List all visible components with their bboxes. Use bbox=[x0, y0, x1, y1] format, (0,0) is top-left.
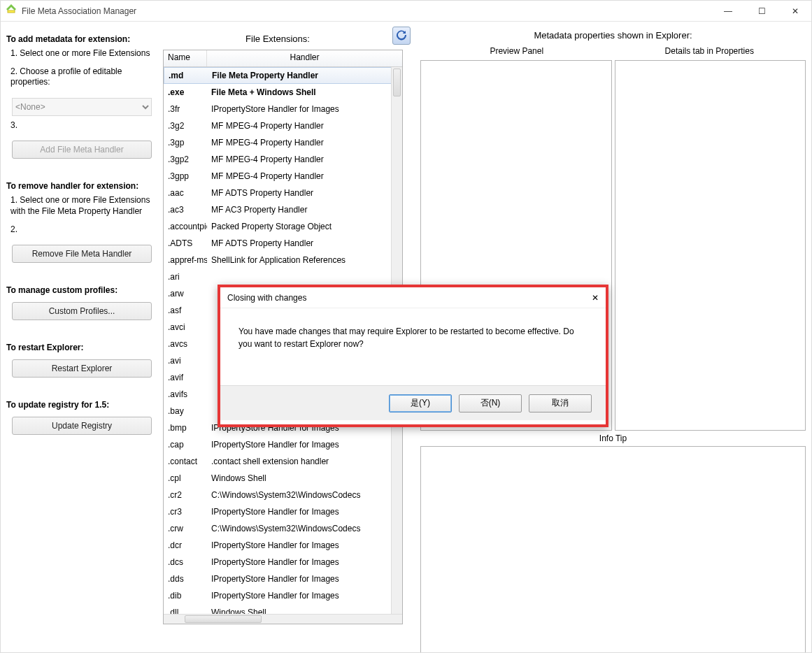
table-row[interactable]: .accountpicture-msPacked Property Storag… bbox=[164, 218, 402, 235]
extension-name: .accountpicture-ms bbox=[164, 222, 207, 231]
details-tab-heading: Details tab in Properties bbox=[613, 46, 806, 56]
add-step-1: 1. Select one or more File Extensions bbox=[10, 48, 157, 59]
table-row[interactable]: .exeFile Meta + Windows Shell bbox=[164, 84, 402, 101]
table-row[interactable]: .cr3IPropertyStore Handler for Images bbox=[164, 503, 402, 520]
extension-name: .3gp2 bbox=[164, 155, 207, 164]
extension-name: .dds bbox=[164, 574, 207, 584]
instructions-panel: To add metadata for extension: 1. Select… bbox=[1, 22, 163, 652]
table-row[interactable]: .3gpMF MPEG-4 Property Handler bbox=[164, 134, 402, 151]
custom-profiles-button[interactable]: Custom Profiles... bbox=[12, 302, 152, 320]
dialog-close-icon[interactable]: ✕ bbox=[592, 293, 599, 303]
extension-name: .ari bbox=[164, 272, 207, 282]
table-row[interactable]: .dcrIPropertyStore Handler for Images bbox=[164, 537, 402, 554]
remove-handler-button[interactable]: Remove File Meta Handler bbox=[12, 245, 152, 263]
extension-name: .md bbox=[164, 71, 208, 80]
infotip-heading: Info Tip bbox=[420, 433, 806, 443]
dialog-title: Closing with changes bbox=[227, 293, 306, 303]
extension-name: .exe bbox=[164, 87, 207, 97]
extension-name: .cr2 bbox=[164, 490, 207, 500]
extension-handler: IPropertyStore Handler for Images bbox=[207, 104, 402, 114]
extensions-title: File Extensions: bbox=[163, 28, 392, 44]
add-step-2: 2. Choose a profile of editable properti… bbox=[10, 66, 157, 88]
table-row[interactable]: .cr2C:\Windows\System32\WindowsCodecs bbox=[164, 487, 402, 503]
extension-handler: .contact shell extension handler bbox=[207, 457, 402, 466]
table-row[interactable]: .ac3MF AC3 Property Handler bbox=[164, 201, 402, 218]
horizontal-scrollbar[interactable] bbox=[164, 614, 402, 624]
extension-name: .dcs bbox=[164, 557, 207, 567]
table-row[interactable]: .ddsIPropertyStore Handler for Images bbox=[164, 571, 402, 587]
extension-handler: C:\Windows\System32\WindowsCodecs bbox=[207, 524, 402, 533]
extension-name: .crw bbox=[164, 524, 207, 533]
extension-name: .contact bbox=[164, 457, 207, 466]
table-row[interactable]: .cplWindows Shell bbox=[164, 470, 402, 487]
table-row[interactable]: .3gp2MF MPEG-4 Property Handler bbox=[164, 151, 402, 168]
extension-name: .avci bbox=[164, 322, 207, 332]
extension-handler: MF MPEG-4 Property Handler bbox=[207, 171, 402, 181]
extension-name: .avifs bbox=[164, 389, 207, 399]
table-row[interactable]: .capIPropertyStore Handler for Images bbox=[164, 436, 402, 453]
col-name[interactable]: Name bbox=[164, 50, 207, 66]
extension-name: .3fr bbox=[164, 104, 207, 114]
table-row[interactable]: .ari bbox=[164, 268, 402, 285]
extension-handler: Packed Property Storage Object bbox=[207, 222, 402, 231]
extension-handler: MF ADTS Property Handler bbox=[207, 188, 402, 198]
extension-name: .dib bbox=[164, 591, 207, 601]
maximize-button[interactable]: ☐ bbox=[751, 4, 772, 18]
scrollbar-thumb[interactable] bbox=[185, 615, 262, 623]
table-row[interactable]: .aacMF ADTS Property Handler bbox=[164, 185, 402, 201]
table-row[interactable]: .crwC:\Windows\System32\WindowsCodecs bbox=[164, 520, 402, 537]
window-title: File Meta Association Manager bbox=[22, 6, 718, 16]
dialog-body: You have made changes that may require E… bbox=[220, 308, 606, 385]
extension-handler: IPropertyStore Handler for Images bbox=[207, 557, 402, 567]
remove-step-1: 1. Select one or more File Extensions wi… bbox=[10, 195, 157, 217]
restart-explorer-button[interactable]: Restart Explorer bbox=[12, 359, 152, 378]
table-row[interactable]: .3frIPropertyStore Handler for Images bbox=[164, 101, 402, 117]
table-row[interactable]: .dibIPropertyStore Handler for Images bbox=[164, 587, 402, 604]
extension-handler: File Meta Property Handler bbox=[208, 71, 401, 80]
extension-name: .bmp bbox=[164, 423, 207, 433]
add-metadata-heading: To add metadata for extension: bbox=[6, 34, 157, 44]
table-row[interactable]: .ADTSMF ADTS Property Handler bbox=[164, 235, 402, 252]
table-row[interactable]: .3gppMF MPEG-4 Property Handler bbox=[164, 168, 402, 185]
extension-handler: MF MPEG-4 Property Handler bbox=[207, 138, 402, 148]
extension-name: .bay bbox=[164, 406, 207, 416]
dialog-cancel-button[interactable]: 取消 bbox=[529, 394, 592, 412]
col-handler[interactable]: Handler bbox=[207, 50, 402, 66]
profiles-heading: To manage custom profiles: bbox=[6, 285, 157, 295]
table-row[interactable]: .contact.contact shell extension handler bbox=[164, 453, 402, 470]
table-row[interactable]: .appref-msShellLink for Application Refe… bbox=[164, 252, 402, 268]
table-row[interactable]: .dcsIPropertyStore Handler for Images bbox=[164, 554, 402, 571]
dialog-no-button[interactable]: 否(N) bbox=[459, 394, 522, 412]
preview-panel-heading: Preview Panel bbox=[420, 46, 613, 56]
extension-handler: IPropertyStore Handler for Images bbox=[207, 440, 402, 450]
dialog-yes-button[interactable]: 是(Y) bbox=[389, 394, 452, 412]
extension-name: .avif bbox=[164, 373, 207, 382]
refresh-icon bbox=[396, 29, 407, 43]
extension-name: .cpl bbox=[164, 473, 207, 483]
update-registry-button[interactable]: Update Registry bbox=[12, 417, 152, 435]
details-tab-box bbox=[615, 60, 806, 431]
scrollbar-thumb[interactable] bbox=[393, 69, 401, 96]
minimize-button[interactable]: — bbox=[718, 4, 739, 18]
extension-handler: IPropertyStore Handler for Images bbox=[207, 574, 402, 584]
extension-name: .dcr bbox=[164, 540, 207, 550]
extension-name: .ac3 bbox=[164, 205, 207, 215]
extension-name: .appref-ms bbox=[164, 255, 207, 265]
refresh-button[interactable] bbox=[392, 27, 411, 45]
extension-handler: Windows Shell bbox=[207, 473, 402, 483]
extension-name: .3gpp bbox=[164, 171, 207, 181]
extension-name: .avi bbox=[164, 356, 207, 366]
add-step-3: 3. bbox=[10, 120, 157, 131]
svg-rect-0 bbox=[8, 10, 15, 13]
extension-handler: MF MPEG-4 Property Handler bbox=[207, 121, 402, 131]
extension-name: .arw bbox=[164, 289, 207, 299]
extension-handler: MF AC3 Property Handler bbox=[207, 205, 402, 215]
extension-handler: MF MPEG-4 Property Handler bbox=[207, 155, 402, 164]
extension-handler: File Meta + Windows Shell bbox=[207, 87, 402, 97]
extension-name: .cap bbox=[164, 440, 207, 450]
table-row[interactable]: .mdFile Meta Property Handler bbox=[164, 67, 402, 84]
table-row[interactable]: .3g2MF MPEG-4 Property Handler bbox=[164, 117, 402, 134]
add-handler-button[interactable]: Add File Meta Handler bbox=[12, 141, 152, 159]
profile-select[interactable]: <None> bbox=[12, 98, 152, 116]
close-button[interactable]: ✕ bbox=[785, 4, 806, 18]
